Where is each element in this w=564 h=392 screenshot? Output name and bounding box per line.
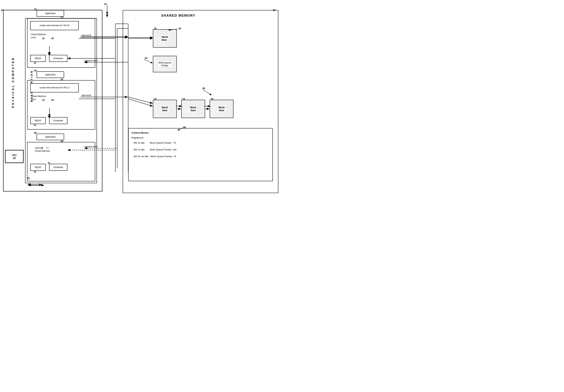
- app3-box: Application: [37, 134, 64, 140]
- work-item-72: WorkItem: [153, 100, 177, 118]
- app2-box: Application: [37, 71, 64, 78]
- cpu-box: CPU 23: [5, 150, 23, 163]
- sched3-box: Scheduler: [49, 164, 67, 171]
- ref-64: 64: [34, 124, 36, 126]
- work-item-74: WorkItem: [181, 100, 205, 118]
- vm16-line: VM 16 not idle Work Queue Pointer: 76: [131, 154, 269, 159]
- ref-66: 66: [34, 171, 36, 173]
- ref-12: 12: [60, 16, 63, 19]
- physical-computer-label: PHYSICAL COMPUTER: [4, 18, 22, 146]
- ref-32: 32: [34, 8, 36, 11]
- ref-70: 70: [154, 27, 156, 30]
- acquire-work-1-label: acquire work: [84, 59, 98, 62]
- add-work-1-label: add work: [82, 34, 91, 37]
- ref-58: 58: [183, 126, 186, 129]
- ref-52: 52: [179, 27, 181, 30]
- shared-memory-label: SHARED MEMORY: [161, 14, 195, 18]
- ref-36: 36: [34, 131, 36, 134]
- work-item-76: WorkItem: [210, 100, 233, 118]
- ref-42: 42: [51, 37, 54, 40]
- ref-sched2: 44: [48, 115, 50, 118]
- acquire-work-2-label: acquire work: [84, 145, 98, 148]
- create-work-vm12-box: create work element for VM 12: [30, 83, 79, 93]
- cms-vm-label2: Virtual Machine: [35, 150, 50, 152]
- ref-sched3: 46: [48, 162, 50, 164]
- ref-20: 20: [1, 9, 3, 12]
- wqaf2-box: WQAF: [30, 117, 46, 124]
- ref-34: 34: [34, 69, 36, 72]
- control-block-box: Control Blocks: Registered: VM 12 idle W…: [128, 128, 273, 181]
- ref-62: 62: [34, 62, 36, 64]
- ref-72: 72: [154, 97, 156, 100]
- wqaf3-box: WQAF: [30, 164, 46, 171]
- ref-10: 10: [104, 3, 107, 5]
- ref-76: 76: [211, 97, 213, 100]
- work-item-70: WorkItem: [153, 29, 177, 48]
- ref-23: 23: [12, 156, 16, 159]
- vm14-line: VM 14 idle Work Queue Pointer: null: [131, 147, 269, 152]
- vm12-line: VM 12 idle Work Queue Pointer : 70: [131, 140, 269, 145]
- ref-14: 14: [60, 78, 63, 81]
- control-blocks-title: Control Blocks:: [131, 130, 269, 135]
- ref-11: 11: [28, 182, 31, 185]
- ref-74: 74: [182, 97, 185, 100]
- ref-sched1: 42: [48, 53, 50, 55]
- cms-vm-label: CMS 26: [35, 146, 43, 150]
- add-work-2-label: add work: [82, 94, 91, 97]
- ref-16: 16: [60, 140, 63, 143]
- work-queue-empty-box: Work queueEmpty: [153, 56, 177, 72]
- ref-44: 44: [51, 99, 54, 101]
- create-work-vm16-box: create work element for VM 16: [30, 21, 79, 30]
- diagram: 10 20 25 PHYSICAL COMPUTER BASE PORTION …: [0, 0, 282, 196]
- sched1-box: Scheduler: [49, 55, 67, 62]
- app1-box: Application: [37, 10, 64, 17]
- ref-22: 22: [42, 37, 44, 40]
- ref-54: 54: [145, 57, 147, 59]
- sched2-box: Scheduler: [49, 117, 67, 124]
- ref-56: 56: [202, 87, 205, 90]
- ref-24: 24: [42, 99, 44, 101]
- wqaf1-box: WQAF: [30, 55, 46, 62]
- control-blocks-registered: Registered:: [131, 135, 269, 140]
